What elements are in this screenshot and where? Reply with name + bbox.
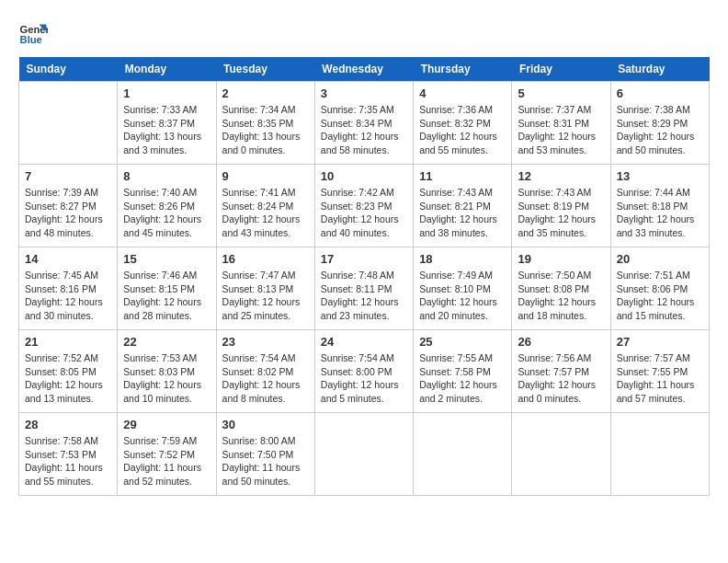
sunset: Sunset: 8:08 PM — [518, 283, 589, 294]
day-info: Sunrise: 7:49 AMSunset: 8:10 PMDaylight:… — [419, 269, 506, 323]
svg-text:Blue: Blue — [20, 34, 42, 45]
sunset: Sunset: 7:52 PM — [123, 449, 195, 460]
sunset: Sunset: 8:29 PM — [617, 118, 688, 129]
sunrise: Sunrise: 7:45 AM — [25, 270, 98, 281]
daylight: Daylight: 12 hours and 55 minutes. — [419, 131, 497, 155]
calendar-cell: 14Sunrise: 7:45 AMSunset: 8:16 PMDayligh… — [19, 247, 118, 330]
daylight: Daylight: 12 hours and 0 minutes. — [518, 379, 596, 404]
sunrise: Sunrise: 7:47 AM — [222, 270, 296, 281]
calendar-cell: 13Sunrise: 7:44 AMSunset: 8:18 PMDayligh… — [610, 165, 709, 247]
sunset: Sunset: 8:21 PM — [419, 201, 491, 212]
day-number: 19 — [518, 252, 604, 266]
daylight: Daylight: 12 hours and 2 minutes. — [419, 379, 497, 404]
calendar-cell: 11Sunrise: 7:43 AMSunset: 8:21 PMDayligh… — [414, 165, 512, 247]
sunrise: Sunrise: 7:35 AM — [321, 104, 394, 115]
calendar-cell: 8Sunrise: 7:40 AMSunset: 8:26 PMDaylight… — [118, 165, 216, 247]
sunset: Sunset: 8:35 PM — [222, 118, 294, 129]
daylight: Daylight: 12 hours and 8 minutes. — [222, 379, 301, 404]
day-number: 30 — [222, 418, 309, 431]
calendar-cell: 22Sunrise: 7:53 AMSunset: 8:03 PMDayligh… — [118, 330, 216, 413]
sunset: Sunset: 8:24 PM — [222, 201, 294, 212]
daylight: Daylight: 12 hours and 13 minutes. — [25, 379, 103, 404]
week-row-2: 7Sunrise: 7:39 AMSunset: 8:27 PMDaylight… — [19, 165, 710, 247]
header-saturday: Saturday — [610, 57, 709, 82]
calendar-cell: 7Sunrise: 7:39 AMSunset: 8:27 PMDaylight… — [19, 165, 118, 247]
sunrise: Sunrise: 7:42 AM — [321, 187, 394, 198]
daylight: Daylight: 12 hours and 40 minutes. — [321, 213, 399, 238]
calendar-table: Sunday Monday Tuesday Wednesday Thursday… — [18, 57, 710, 496]
header-wednesday: Wednesday — [314, 57, 413, 82]
sunrise: Sunrise: 7:53 AM — [123, 352, 197, 363]
day-info: Sunrise: 7:35 AMSunset: 8:34 PMDaylight:… — [321, 103, 407, 157]
day-number: 11 — [419, 169, 506, 183]
sunrise: Sunrise: 7:46 AM — [123, 270, 197, 281]
sunrise: Sunrise: 7:56 AM — [518, 352, 591, 363]
sunrise: Sunrise: 7:38 AM — [617, 104, 690, 115]
day-number: 15 — [123, 252, 210, 266]
sunset: Sunset: 8:32 PM — [419, 118, 491, 129]
day-info: Sunrise: 7:43 AMSunset: 8:19 PMDaylight:… — [518, 186, 604, 240]
day-info: Sunrise: 7:33 AMSunset: 8:37 PMDaylight:… — [123, 103, 210, 157]
sunrise: Sunrise: 7:34 AM — [222, 104, 296, 115]
daylight: Daylight: 12 hours and 45 minutes. — [123, 213, 201, 238]
day-number: 29 — [123, 418, 210, 431]
sunset: Sunset: 8:05 PM — [25, 366, 97, 377]
sunset: Sunset: 8:06 PM — [617, 283, 688, 294]
daylight: Daylight: 12 hours and 10 minutes. — [123, 379, 201, 404]
daylight: Daylight: 12 hours and 38 minutes. — [419, 213, 497, 238]
day-info: Sunrise: 7:45 AMSunset: 8:16 PMDaylight:… — [25, 269, 111, 323]
day-info: Sunrise: 8:00 AMSunset: 7:50 PMDaylight:… — [222, 434, 309, 488]
weekday-header-row: Sunday Monday Tuesday Wednesday Thursday… — [19, 57, 710, 82]
day-number: 20 — [617, 252, 703, 266]
calendar-cell: 30Sunrise: 8:00 AMSunset: 7:50 PMDayligh… — [216, 413, 314, 496]
calendar-cell: 24Sunrise: 7:54 AMSunset: 8:00 PMDayligh… — [314, 330, 413, 413]
header-monday: Monday — [118, 57, 216, 82]
sunrise: Sunrise: 7:58 AM — [25, 435, 98, 446]
sunset: Sunset: 8:00 PM — [321, 366, 392, 377]
daylight: Daylight: 12 hours and 20 minutes. — [419, 296, 497, 321]
calendar-cell: 29Sunrise: 7:59 AMSunset: 7:52 PMDayligh… — [118, 413, 216, 496]
day-info: Sunrise: 7:36 AMSunset: 8:32 PMDaylight:… — [419, 103, 506, 157]
day-number: 27 — [617, 335, 703, 349]
day-number: 14 — [25, 252, 111, 266]
sunrise: Sunrise: 7:59 AM — [123, 435, 197, 446]
day-number: 6 — [617, 86, 703, 100]
day-number: 4 — [419, 86, 506, 100]
sunset: Sunset: 8:26 PM — [123, 201, 195, 212]
daylight: Daylight: 12 hours and 5 minutes. — [321, 379, 399, 404]
sunrise: Sunrise: 7:40 AM — [123, 187, 197, 198]
calendar-cell: 28Sunrise: 7:58 AMSunset: 7:53 PMDayligh… — [19, 413, 118, 496]
daylight: Daylight: 12 hours and 58 minutes. — [321, 131, 399, 155]
calendar-cell: 2Sunrise: 7:34 AMSunset: 8:35 PMDaylight… — [216, 82, 314, 165]
day-number: 3 — [321, 86, 407, 100]
day-number: 18 — [419, 252, 506, 266]
calendar-cell: 9Sunrise: 7:41 AMSunset: 8:24 PMDaylight… — [216, 165, 314, 247]
day-number: 2 — [222, 86, 309, 100]
sunset: Sunset: 8:02 PM — [222, 366, 294, 377]
calendar-cell — [314, 413, 413, 496]
day-info: Sunrise: 7:58 AMSunset: 7:53 PMDaylight:… — [25, 434, 111, 488]
day-number: 23 — [222, 335, 309, 349]
calendar-cell: 12Sunrise: 7:43 AMSunset: 8:19 PMDayligh… — [512, 165, 610, 247]
header-tuesday: Tuesday — [216, 57, 314, 82]
daylight: Daylight: 11 hours and 52 minutes. — [123, 462, 201, 487]
daylight: Daylight: 11 hours and 57 minutes. — [617, 379, 695, 404]
day-number: 13 — [617, 169, 703, 183]
day-info: Sunrise: 7:57 AMSunset: 7:55 PMDaylight:… — [617, 351, 703, 406]
sunset: Sunset: 8:31 PM — [518, 118, 589, 129]
sunset: Sunset: 7:57 PM — [518, 366, 589, 377]
calendar-cell: 10Sunrise: 7:42 AMSunset: 8:23 PMDayligh… — [314, 165, 413, 247]
sunset: Sunset: 8:37 PM — [123, 118, 195, 129]
day-info: Sunrise: 7:59 AMSunset: 7:52 PMDaylight:… — [123, 434, 210, 488]
day-info: Sunrise: 7:47 AMSunset: 8:13 PMDaylight:… — [222, 269, 309, 323]
calendar-cell: 15Sunrise: 7:46 AMSunset: 8:15 PMDayligh… — [118, 247, 216, 330]
day-number: 24 — [321, 335, 407, 349]
sunset: Sunset: 7:53 PM — [25, 449, 97, 460]
day-info: Sunrise: 7:50 AMSunset: 8:08 PMDaylight:… — [518, 269, 604, 323]
calendar-cell: 25Sunrise: 7:55 AMSunset: 7:58 PMDayligh… — [414, 330, 512, 413]
daylight: Daylight: 12 hours and 53 minutes. — [518, 131, 596, 155]
day-number: 16 — [222, 252, 309, 266]
sunrise: Sunrise: 7:43 AM — [518, 187, 591, 198]
day-number: 17 — [321, 252, 407, 266]
day-info: Sunrise: 7:54 AMSunset: 8:02 PMDaylight:… — [222, 351, 309, 406]
